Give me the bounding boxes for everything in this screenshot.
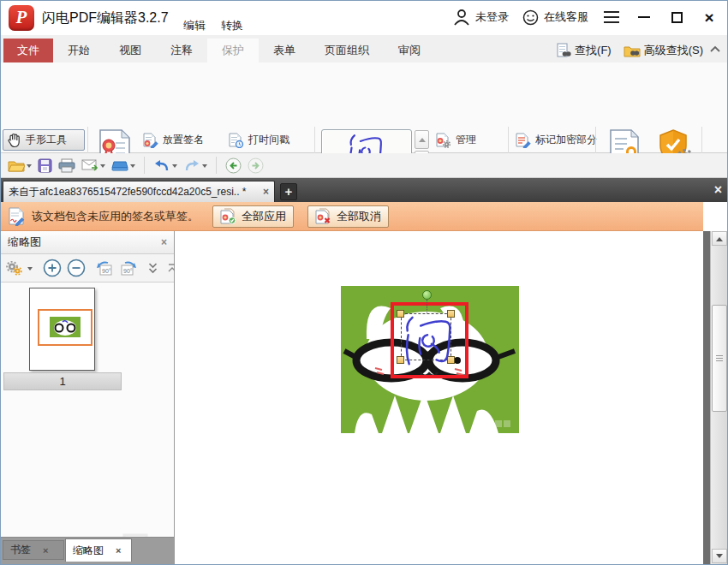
mark-encrypt-button[interactable]: 标记加密部分 — [512, 129, 600, 151]
document-view[interactable] — [175, 231, 727, 564]
tab-close-icon[interactable]: × — [116, 545, 121, 556]
manage-signatures-button[interactable]: 管理 — [433, 129, 480, 151]
collapse-ribbon-icon[interactable] — [710, 45, 720, 52]
print-button[interactable] — [58, 158, 75, 173]
user-icon[interactable] — [453, 9, 470, 26]
app-window: P 闪电PDF编辑器3.2.7 编辑 转换 未登录 在线客服 × 文件 开始 视… — [0, 0, 728, 565]
smiley-icon[interactable] — [522, 9, 539, 26]
undo-button[interactable] — [153, 159, 177, 172]
thumbnail-page-number[interactable]: 1 — [3, 372, 122, 390]
chevron-down-icon — [100, 164, 105, 170]
tab-page-organize[interactable]: 页面组织 — [310, 39, 384, 62]
hand-tool-button[interactable]: 手形工具 — [3, 129, 85, 151]
new-tab-button[interactable]: + — [280, 183, 297, 200]
thumbnail-toolbar: 90° 90° — [1, 254, 174, 282]
scroll-down-button[interactable] — [712, 549, 727, 563]
zoom-in-icon[interactable] — [43, 259, 62, 277]
ribbon: 手形工具 选取工具 其它工具 工具 签名文档 放置签名 验证 (可见) 验证 ( — [1, 62, 727, 153]
thumbnail-list: 1 — [1, 282, 174, 537]
logo-letter: P — [16, 7, 27, 27]
tab-thumbnails-label: 缩略图 — [73, 544, 104, 558]
tab-close-icon[interactable]: × — [43, 545, 48, 556]
notification-bar: 该文档包含未应用的签名或草签。 全部应用 全部取消 — [1, 202, 703, 231]
thumbnail-panel-header: 缩略图 × — [1, 231, 174, 254]
close-document-icon[interactable]: × — [714, 182, 722, 198]
tab-bookmarks-label: 书签 — [10, 543, 31, 557]
tab-home[interactable]: 开始 — [53, 39, 104, 62]
chevron-down-icon[interactable] — [27, 267, 33, 273]
app-title: 闪电PDF编辑器3.2.7 — [42, 9, 169, 27]
tab-bookmarks[interactable]: 书签 × — [3, 540, 64, 560]
close-button[interactable]: × — [700, 8, 719, 27]
advanced-find-label: 高级查找(S) — [644, 43, 703, 58]
notification-apply-all-button[interactable]: 全部应用 — [212, 205, 294, 228]
timestamp-label: 打时间戳 — [248, 133, 289, 147]
quick-toolbar — [1, 153, 727, 178]
tab-thumbnails[interactable]: 缩略图 × — [65, 538, 132, 562]
find-button[interactable]: 查找(F) — [557, 43, 612, 58]
save-button[interactable] — [38, 158, 52, 173]
place-signature-button[interactable]: 放置签名 — [140, 129, 207, 151]
back-button[interactable] — [225, 158, 242, 174]
tab-comment[interactable]: 注释 — [156, 39, 207, 62]
find-icon — [557, 43, 571, 58]
notification-message: 该文档包含未应用的签名或草签。 — [32, 209, 199, 224]
signature-prev-button[interactable] — [415, 130, 429, 149]
manage-signatures-label: 管理 — [456, 133, 476, 147]
find-area: 查找(F) 高级查找(S) — [557, 39, 703, 62]
rotation-connector — [427, 300, 427, 313]
double-chevron-down-icon[interactable] — [147, 262, 158, 275]
minimize-button[interactable] — [635, 8, 653, 27]
tab-view[interactable]: 视图 — [104, 39, 156, 62]
tab-file[interactable]: 文件 — [3, 39, 53, 62]
title-bar: P 闪电PDF编辑器3.2.7 编辑 转换 未登录 在线客服 × — [1, 1, 727, 35]
scanner-button[interactable] — [111, 160, 135, 171]
advanced-find-button[interactable]: 高级查找(S) — [624, 43, 703, 58]
cancel-all-icon — [315, 208, 332, 224]
menu-convert[interactable]: 转换 — [221, 18, 243, 35]
ribbon-tabs: 开始 视图 注释 保护 表单 页面组织 审阅 — [53, 39, 435, 62]
scroll-up-button[interactable] — [712, 231, 727, 246]
rotate-right-icon[interactable]: 90° — [119, 260, 137, 277]
left-panel: 缩略图 × 90° 90° — [1, 231, 175, 564]
manage-icon — [436, 133, 451, 148]
chevron-down-icon — [27, 164, 32, 170]
document-tab[interactable]: 来自于afc1ea8376515472fe590fccd42a20c5_resi… — [3, 181, 275, 202]
mark-encrypt-label: 标记加密部分 — [535, 133, 597, 147]
top-menu: 编辑 转换 — [183, 18, 243, 35]
notification-cancel-all-button[interactable]: 全部取消 — [307, 205, 389, 228]
hamburger-menu-icon[interactable] — [602, 8, 621, 27]
email-button[interactable] — [81, 159, 105, 171]
maximize-button[interactable] — [667, 8, 686, 27]
apply-all-icon — [220, 208, 237, 224]
menu-edit[interactable]: 编辑 — [183, 18, 206, 35]
notification-cancel-all-label: 全部取消 — [337, 209, 381, 224]
pages-watermark-icon — [119, 530, 169, 537]
timestamp-button[interactable]: 打时间戳 — [225, 129, 293, 151]
placed-signature-glyph[interactable] — [391, 312, 466, 371]
vertical-scrollbar[interactable] — [710, 231, 727, 564]
page-thumbnail[interactable] — [29, 288, 95, 371]
panel-close-icon[interactable]: × — [161, 236, 167, 248]
signature-alert-icon — [8, 207, 25, 226]
rotate-left-icon[interactable]: 90° — [96, 260, 114, 277]
support-label[interactable]: 在线客服 — [544, 9, 588, 25]
redo-button[interactable] — [183, 159, 207, 172]
zoom-out-icon[interactable] — [67, 259, 86, 277]
rotate-left-label: 90° — [102, 267, 111, 273]
tab-review[interactable]: 审阅 — [384, 39, 435, 62]
chevron-down-icon — [172, 164, 177, 170]
open-button[interactable] — [8, 158, 32, 172]
place-signature-label: 放置签名 — [163, 133, 204, 147]
tab-form[interactable]: 表单 — [259, 39, 310, 62]
hand-icon — [7, 133, 21, 148]
options-gear-icon[interactable] — [6, 261, 22, 276]
scrollbar-thumb[interactable] — [712, 305, 727, 412]
tab-protect[interactable]: 保护 — [207, 39, 259, 62]
signature-pen-icon — [143, 133, 158, 148]
chevron-down-icon — [130, 164, 135, 170]
login-label[interactable]: 未登录 — [475, 9, 509, 25]
rotation-handle[interactable] — [422, 290, 432, 300]
rotate-right-label: 90° — [123, 267, 133, 273]
document-tab-close-icon[interactable]: × — [263, 186, 269, 198]
